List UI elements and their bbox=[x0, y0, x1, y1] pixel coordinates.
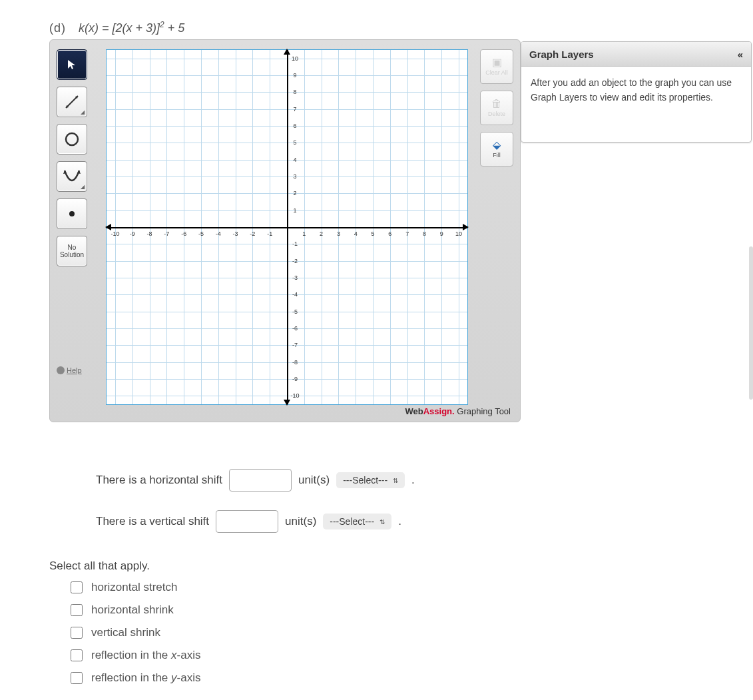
hshift-units: unit(s) bbox=[298, 474, 330, 487]
brand-web: Web bbox=[405, 406, 423, 416]
vertical-shift-row: There is a vertical shift unit(s) ---Sel… bbox=[96, 510, 753, 533]
apply-option-label: vertical shrink bbox=[91, 626, 160, 639]
apply-option-label: horizontal shrink bbox=[91, 603, 174, 617]
apply-option-label: reflection in the x-axis bbox=[91, 649, 200, 662]
brand-rest: Graphing Tool bbox=[455, 406, 511, 416]
apply-option[interactable]: reflection in the y-axis bbox=[68, 670, 753, 686]
apply-option[interactable]: horizontal shrink bbox=[68, 602, 753, 618]
delete-label: Delete bbox=[488, 111, 505, 117]
caret-icon: ⇅ bbox=[379, 518, 385, 525]
vshift-label: There is a vertical shift bbox=[96, 515, 209, 528]
action-column: ▣ Clear All 🗑 Delete ⬙ Fill bbox=[480, 49, 513, 167]
fill-icon: ⬙ bbox=[493, 140, 501, 151]
page-scrollbar[interactable] bbox=[749, 246, 753, 400]
clear-all-label: Clear All bbox=[485, 69, 508, 76]
apply-checkbox[interactable] bbox=[71, 581, 83, 593]
trash-icon: 🗑 bbox=[491, 99, 502, 109]
apply-checkbox[interactable] bbox=[71, 627, 83, 639]
collapse-icon[interactable]: « bbox=[738, 49, 743, 60]
apply-option[interactable]: vertical shrink bbox=[68, 625, 753, 641]
hshift-direction-select[interactable]: ---Select--- ⇅ bbox=[336, 472, 405, 488]
coordinate-grid[interactable]: -10-9-8-7-6-5-4-3-2-11234567891010987654… bbox=[106, 49, 468, 405]
fill-label: Fill bbox=[493, 152, 501, 159]
apply-option-label: horizontal stretch bbox=[91, 581, 177, 594]
hshift-select-value: ---Select--- bbox=[343, 475, 387, 486]
hshift-input[interactable] bbox=[229, 469, 292, 492]
vshift-select-value: ---Select--- bbox=[330, 516, 374, 527]
vshift-units: unit(s) bbox=[285, 515, 316, 528]
apply-title: Select all that apply. bbox=[49, 559, 753, 573]
apply-checkbox[interactable] bbox=[71, 649, 83, 661]
horizontal-shift-row: There is a horizontal shift unit(s) ---S… bbox=[96, 469, 753, 492]
brand-assign: Assign. bbox=[423, 406, 455, 416]
svg-line-0 bbox=[66, 96, 78, 108]
branding: WebAssign. Graphing Tool bbox=[405, 406, 511, 416]
tool-column: ◢ ◢ No Solution Help bbox=[57, 49, 87, 374]
parabola-tool-button[interactable]: ◢ bbox=[57, 161, 87, 192]
no-solution-label: No Solution bbox=[60, 244, 84, 258]
graph-layers-hint: After you add an object to the graph you… bbox=[521, 67, 751, 114]
svg-point-3 bbox=[66, 133, 78, 145]
graph-layers-panel: Graph Layers « After you add an object t… bbox=[521, 41, 752, 143]
hshift-period: . bbox=[411, 474, 415, 487]
question-part: (d) bbox=[49, 21, 66, 35]
caret-icon: ⇅ bbox=[393, 477, 398, 484]
apply-option[interactable]: horizontal stretch bbox=[68, 579, 753, 595]
vshift-period: . bbox=[398, 515, 401, 528]
apply-checkbox[interactable] bbox=[71, 672, 83, 684]
line-tool-button[interactable]: ◢ bbox=[57, 87, 87, 117]
globe-icon bbox=[57, 366, 65, 374]
apply-option[interactable]: reflection in the x-axis bbox=[68, 647, 753, 663]
question-function: k(x) = [2(x + 3)]2 + 5 bbox=[79, 21, 184, 35]
vshift-direction-select[interactable]: ---Select--- ⇅ bbox=[323, 514, 391, 529]
circle-icon bbox=[63, 131, 81, 148]
hshift-label: There is a horizontal shift bbox=[96, 474, 222, 487]
vshift-input[interactable] bbox=[216, 510, 278, 533]
select-all-apply: Select all that apply. horizontal stretc… bbox=[49, 559, 753, 686]
apply-option-label: reflection in the y-axis bbox=[91, 671, 200, 685]
graph-layers-title: Graph Layers bbox=[529, 49, 594, 60]
fill-button[interactable]: ⬙ Fill bbox=[480, 132, 513, 167]
no-solution-button[interactable]: No Solution bbox=[57, 236, 87, 266]
apply-checkbox[interactable] bbox=[71, 604, 83, 616]
point-icon bbox=[67, 209, 77, 218]
graphing-tool-panel: ◢ ◢ No Solution Help -10-9 bbox=[49, 39, 521, 422]
clear-all-button[interactable]: ▣ Clear All bbox=[480, 49, 513, 84]
clear-all-icon: ▣ bbox=[492, 57, 502, 68]
delete-button[interactable]: 🗑 Delete bbox=[480, 91, 513, 125]
parabola-icon bbox=[62, 167, 82, 186]
help-label: Help bbox=[67, 366, 82, 374]
pointer-icon bbox=[66, 59, 78, 71]
point-tool-button[interactable] bbox=[57, 198, 87, 229]
question-label: (d) k(x) = [2(x + 3)]2 + 5 bbox=[49, 20, 753, 35]
line-icon bbox=[63, 93, 81, 111]
svg-point-6 bbox=[69, 211, 75, 216]
pointer-tool-button[interactable] bbox=[57, 49, 87, 80]
circle-tool-button[interactable] bbox=[57, 124, 87, 155]
help-link[interactable]: Help bbox=[57, 366, 87, 374]
